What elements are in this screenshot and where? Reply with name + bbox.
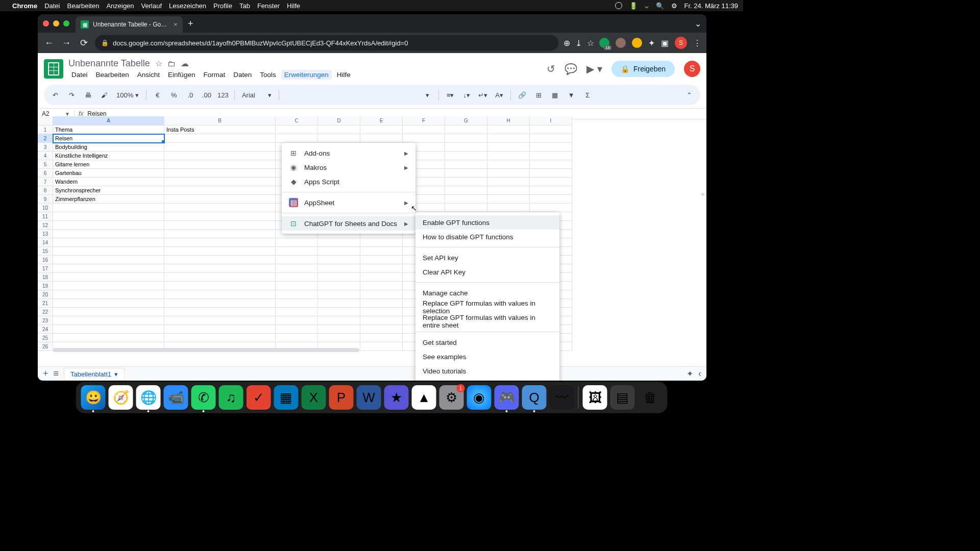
cell-a18[interactable] <box>53 273 164 282</box>
comments-icon[interactable]: 💬 <box>565 63 577 75</box>
dock-discord[interactable]: 🎮 <box>495 385 519 410</box>
menu-fenster[interactable]: Fenster <box>257 2 280 10</box>
sheets-avatar[interactable]: S <box>684 61 700 77</box>
align-button[interactable]: ≡▾ <box>444 91 456 99</box>
dock-trash[interactable]: 🗑 <box>638 385 663 410</box>
cell-d22[interactable] <box>318 308 360 316</box>
cell-c22[interactable] <box>276 308 318 316</box>
submenu-item[interactable]: Manage cache <box>415 286 559 300</box>
cell-e24[interactable] <box>360 325 403 334</box>
cell-i9[interactable] <box>530 195 572 204</box>
dock-settings[interactable]: ⚙1 <box>439 385 464 410</box>
cell-e15[interactable] <box>360 247 403 256</box>
cell-b13[interactable] <box>164 230 276 238</box>
cell-d16[interactable] <box>318 256 360 264</box>
cell-b9[interactable] <box>164 195 276 204</box>
row-header[interactable]: 6 <box>38 169 53 178</box>
dock-quicktime[interactable]: Q <box>522 385 547 410</box>
currency-button[interactable]: € <box>152 91 164 99</box>
close-tab-icon[interactable]: × <box>174 20 178 29</box>
cell-d14[interactable] <box>318 238 360 247</box>
dock-safari[interactable]: 🧭 <box>109 385 133 410</box>
submenu-item[interactable]: Set API key <box>415 251 559 265</box>
sheet-tab[interactable]: Tabellenblatt1▾ <box>64 368 125 380</box>
cell-e2[interactable] <box>360 134 403 143</box>
cell-b4[interactable] <box>164 152 276 160</box>
cell-g5[interactable] <box>445 160 487 169</box>
cell-a7[interactable]: Wandern <box>53 178 164 186</box>
col-header-d[interactable]: D <box>318 116 360 126</box>
redo-button[interactable]: ↷ <box>65 91 78 99</box>
cell-a9[interactable]: Zimmerpflanzen <box>53 195 164 204</box>
cell-g7[interactable] <box>445 178 487 186</box>
url-field[interactable]: 🔒 docs.google.com/spreadsheets/d/1ayofh0… <box>95 35 558 51</box>
star-icon[interactable]: ☆ <box>587 38 594 48</box>
row-header[interactable]: 26 <box>38 342 53 351</box>
submenu-item[interactable]: Enable GPT functions <box>415 215 559 230</box>
chevron-down-icon[interactable]: ▾ <box>114 370 118 378</box>
functions-button[interactable]: Σ <box>581 91 594 99</box>
col-header-f[interactable]: F <box>403 116 445 126</box>
extensions-icon[interactable]: ✦ <box>648 38 655 48</box>
cell-g1[interactable] <box>445 126 487 134</box>
cell-a23[interactable] <box>53 316 164 325</box>
cell-e25[interactable] <box>360 334 403 342</box>
cell-i3[interactable] <box>530 143 572 152</box>
dock-whatsapp[interactable]: ✆ <box>191 385 216 410</box>
row-header[interactable]: 5 <box>38 160 53 169</box>
col-header-c[interactable]: C <box>276 116 318 126</box>
row-header[interactable]: 1 <box>38 126 53 134</box>
dock-powerpoint[interactable]: P <box>329 385 354 410</box>
control-center-icon[interactable]: ⚙ <box>671 2 677 10</box>
cell-g4[interactable] <box>445 152 487 160</box>
row-header[interactable]: 8 <box>38 186 53 195</box>
filter-button[interactable]: ▼ <box>565 91 577 99</box>
cell-c23[interactable] <box>276 316 318 325</box>
tab-overflow-icon[interactable]: ⌄ <box>695 19 701 29</box>
battery-icon[interactable]: 🔋 <box>629 2 638 10</box>
numfmt-button[interactable]: 123 <box>217 91 229 99</box>
cell-a17[interactable] <box>53 264 164 273</box>
cell-c21[interactable] <box>276 299 318 308</box>
menu-verlauf[interactable]: Verlauf <box>141 2 162 10</box>
cell-e26[interactable] <box>360 342 403 351</box>
cell-a22[interactable] <box>53 308 164 316</box>
menu-profile[interactable]: Profile <box>213 2 232 10</box>
col-header-g[interactable]: G <box>445 116 487 126</box>
menu-erweiterungen[interactable]: Erweiterungen <box>281 70 332 80</box>
dock-todoist[interactable]: ✓ <box>247 385 271 410</box>
dock-drive[interactable]: ▲ <box>412 385 436 410</box>
cell-b11[interactable] <box>164 212 276 221</box>
menu-ansicht[interactable]: Ansicht <box>134 70 163 80</box>
chart-button[interactable]: ▦ <box>549 91 561 99</box>
cell-d1[interactable] <box>318 126 360 134</box>
select-all-corner[interactable] <box>38 116 53 126</box>
cell-a20[interactable] <box>53 290 164 299</box>
menu-bearbeiten[interactable]: Bearbeiten <box>67 2 99 10</box>
cell-a4[interactable]: Künstliche Intelligenz <box>53 152 164 160</box>
sheets-logo-icon[interactable] <box>44 59 63 79</box>
cell-e1[interactable] <box>360 126 403 134</box>
menu-lesezeichen[interactable]: Lesezeichen <box>169 2 206 10</box>
menu-tools[interactable]: Tools <box>257 70 279 80</box>
dock-preview[interactable]: 🖼 <box>583 385 607 410</box>
reload-button[interactable]: ⟳ <box>78 37 90 48</box>
menu-einfuegen[interactable]: Einfügen <box>165 70 198 80</box>
cell-b12[interactable] <box>164 221 276 230</box>
cell-a21[interactable] <box>53 299 164 308</box>
menu-datei[interactable]: Datei <box>44 2 60 10</box>
cell-d19[interactable] <box>318 282 360 290</box>
cell-a2[interactable]: Reisen <box>53 134 164 143</box>
wifi-icon[interactable]: ⌵ <box>645 2 649 10</box>
dock-mission-control[interactable]: ▤ <box>610 385 635 410</box>
cell-b5[interactable] <box>164 160 276 169</box>
new-tab-button[interactable]: + <box>188 18 193 29</box>
submenu-item[interactable]: Replace GPT formulas with values in sele… <box>415 300 559 314</box>
row-header[interactable]: 11 <box>38 212 53 221</box>
cell-b25[interactable] <box>164 334 276 342</box>
move-doc-icon[interactable]: 🗀 <box>167 59 176 68</box>
wrap-button[interactable]: ↵▾ <box>477 91 489 99</box>
meet-icon[interactable]: ▶ ▾ <box>586 63 602 75</box>
browser-menu-icon[interactable]: ⋮ <box>693 38 701 48</box>
all-sheets-button[interactable]: ≡ <box>54 368 59 379</box>
